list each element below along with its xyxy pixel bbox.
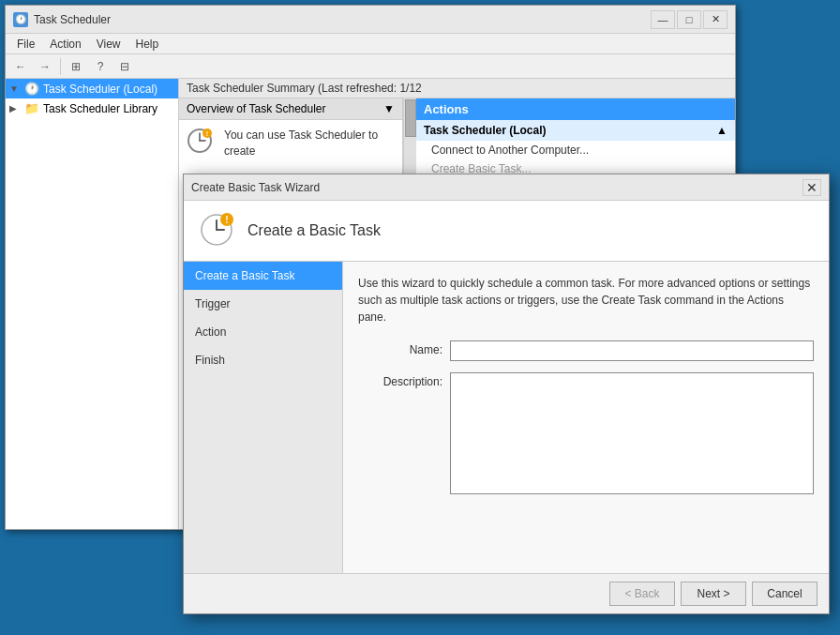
description-input[interactable] bbox=[450, 372, 814, 494]
nav-finish[interactable]: Finish bbox=[184, 346, 342, 374]
dialog-title: Create Basic Task Wizard bbox=[191, 181, 320, 194]
dialog-intro: Use this wizard to quickly schedule a co… bbox=[358, 275, 814, 325]
cancel-button[interactable]: Cancel bbox=[752, 582, 818, 606]
next-button[interactable]: Next > bbox=[681, 582, 746, 606]
name-label: Name: bbox=[358, 340, 442, 356]
svg-text:!: ! bbox=[225, 215, 228, 225]
dialog-header: ! Create a Basic Task bbox=[184, 201, 829, 262]
nav-trigger[interactable]: Trigger bbox=[184, 290, 342, 318]
dialog-body: Create a Basic Task Trigger Action Finis… bbox=[184, 262, 829, 573]
dialog-header-title: Create a Basic Task bbox=[248, 222, 381, 239]
dialog-header-icon: ! bbox=[199, 212, 236, 249]
dialog-content: Use this wizard to quickly schedule a co… bbox=[343, 262, 829, 573]
dialog-close-button[interactable]: ✕ bbox=[802, 179, 821, 196]
dialog-title-bar: Create Basic Task Wizard ✕ bbox=[184, 174, 829, 201]
name-row: Name: bbox=[358, 340, 814, 361]
nav-create-basic-task[interactable]: Create a Basic Task bbox=[184, 262, 342, 290]
name-input[interactable] bbox=[450, 340, 814, 361]
description-label: Description: bbox=[358, 372, 442, 388]
dialog-footer: < Back Next > Cancel bbox=[184, 573, 829, 613]
dialog-overlay: Create Basic Task Wizard ✕ ! Create a Ba… bbox=[0, 0, 840, 635]
nav-action[interactable]: Action bbox=[184, 318, 342, 346]
back-button[interactable]: < Back bbox=[609, 582, 675, 606]
create-basic-task-dialog: Create Basic Task Wizard ✕ ! Create a Ba… bbox=[183, 174, 830, 614]
description-row: Description: bbox=[358, 372, 814, 494]
dialog-nav: Create a Basic Task Trigger Action Finis… bbox=[184, 262, 343, 573]
task-wizard-icon: ! bbox=[199, 212, 234, 248]
